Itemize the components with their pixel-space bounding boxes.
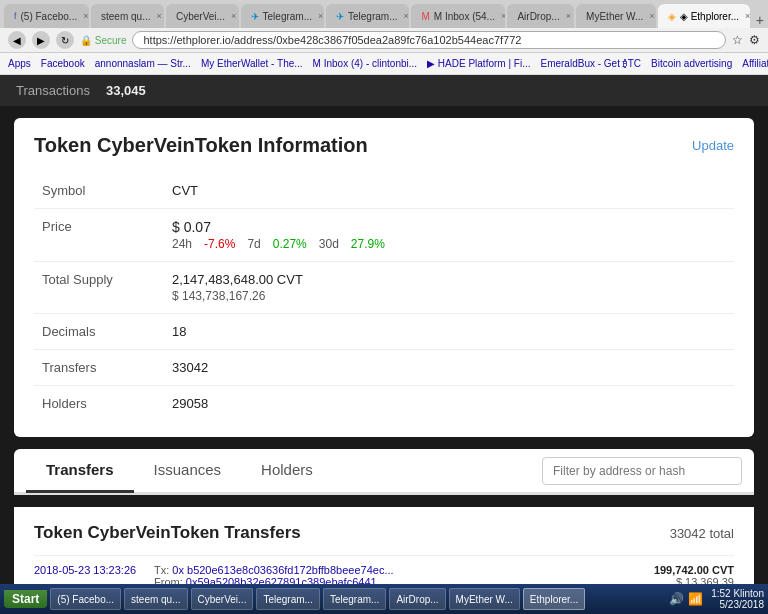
reload-button[interactable]: ↻ (56, 31, 74, 49)
change-30d: 27.9% (351, 237, 385, 251)
taskbar-telegram1[interactable]: Telegram... (256, 588, 319, 610)
tabs-header: Transfers Issuances Holders (14, 449, 754, 493)
bookmark-facebook[interactable]: Facebook (41, 58, 85, 69)
total-supply-row: Total Supply 2,147,483,648.00 CVT $ 143,… (34, 262, 734, 314)
tx-label: Tx: (154, 564, 169, 576)
tab-inbox[interactable]: M M Inbox (54... × (411, 4, 505, 28)
bookmark-bitcoin-advertising[interactable]: Bitcoin advertising (651, 58, 732, 69)
taskbar-right: 🔊 📶 1:52 Klinton 5/23/2018 (669, 588, 764, 610)
tab-steem[interactable]: steem qu... × (91, 4, 164, 28)
price-main: $ 0.07 (172, 219, 726, 235)
taskbar: Start (5) Facebo... steem qu... CyberVei… (0, 584, 768, 614)
price-cell: $ 0.07 24h -7.6% 7d 0.27% 30d 27.9% (164, 209, 734, 262)
holders-label: Holders (34, 386, 164, 422)
change-7d: 0.27% (273, 237, 307, 251)
decimals-value: 18 (164, 314, 734, 350)
total-supply-cell: 2,147,483,648.00 CVT $ 143,738,167.26 (164, 262, 734, 314)
transactions-label: Transactions (16, 83, 90, 98)
symbol-row: Symbol CVT (34, 173, 734, 209)
price-label: Price (34, 209, 164, 262)
taskbar-steem[interactable]: steem qu... (124, 588, 187, 610)
tab-transfers[interactable]: Transfers (26, 449, 134, 493)
update-link[interactable]: Update (692, 138, 734, 153)
transfers-label: Transfers (34, 350, 164, 386)
supply-amount: 2,147,483,648.00 CVT (172, 272, 726, 287)
new-tab-button[interactable]: + (756, 12, 764, 28)
period-30d: 30d (319, 237, 339, 251)
clock-date: 5/23/2018 (711, 599, 764, 610)
symbol-label: Symbol (34, 173, 164, 209)
taskbar-myether[interactable]: MyEther W... (449, 588, 520, 610)
bookmark-inbox[interactable]: M Inbox (4) - clintonbi... (313, 58, 417, 69)
info-table: Symbol CVT Price $ 0.07 24h -7.6% 7d 0.2… (34, 173, 734, 421)
tab-telegram2[interactable]: ✈ Telegram... × (326, 4, 409, 28)
bookmark-apps[interactable]: Apps (8, 58, 31, 69)
browser-tab-bar: f (5) Facebo... × steem qu... × CyberVei… (0, 0, 768, 28)
holders-value: 29058 (164, 386, 734, 422)
price-row: Price $ 0.07 24h -7.6% 7d 0.27% 30d 27.9… (34, 209, 734, 262)
filter-input[interactable] (542, 457, 742, 485)
transfer-tx-line: Tx: 0x b520e613e8c03636fd172bffb8beee74e… (154, 564, 604, 576)
bookmark-hade[interactable]: ▶ HADE Platform | Fi... (427, 58, 530, 69)
forward-button[interactable]: ▶ (32, 31, 50, 49)
tx-hash[interactable]: 0x b520e613e8c03636fd172bffb8beee74ec... (172, 564, 393, 576)
transfer-time[interactable]: 2018-05-23 13:23:26 (34, 564, 144, 576)
taskbar-airdrop[interactable]: AirDrop... (389, 588, 445, 610)
address-bar: ◀ ▶ ↻ 🔒 Secure ☆ ⚙ (0, 28, 768, 53)
system-tray-icons: 🔊 📶 (669, 592, 703, 606)
decimals-row: Decimals 18 (34, 314, 734, 350)
transfers-row: Transfers 33042 (34, 350, 734, 386)
transactions-count: 33,045 (106, 83, 146, 98)
tab-cybervei[interactable]: CyberVei... × (166, 4, 239, 28)
decimals-label: Decimals (34, 314, 164, 350)
token-title: Token CyberVeinToken Information (34, 134, 368, 157)
token-card-header: Token CyberVeinToken Information Update (34, 134, 734, 157)
tab-issuances[interactable]: Issuances (134, 449, 242, 493)
page-content: Transactions 33,045 Token CyberVeinToken… (0, 75, 768, 614)
transfers-header: Token CyberVeinToken Transfers 33042 tot… (34, 523, 734, 543)
tab-telegram1[interactable]: ✈ Telegram... × (241, 4, 324, 28)
address-input[interactable] (132, 31, 726, 49)
transfers-value: 33042 (164, 350, 734, 386)
extensions-icon[interactable]: ⚙ (749, 33, 760, 47)
change-24h: -7.6% (204, 237, 235, 251)
volume-icon[interactable]: 🔊 (669, 592, 684, 606)
supply-usd: $ 143,738,167.26 (172, 289, 726, 303)
bookmark-myether[interactable]: My EtherWallet - The... (201, 58, 303, 69)
tab-holders[interactable]: Holders (241, 449, 333, 493)
amount-cvt: 199,742.00 CVT (614, 564, 734, 576)
tab-ethplorer[interactable]: ◈ ◈ Ethplorer... × (658, 4, 750, 28)
holders-row: Holders 29058 (34, 386, 734, 422)
transfers-title: Token CyberVeinToken Transfers (34, 523, 301, 543)
start-button[interactable]: Start (4, 590, 47, 608)
star-icon[interactable]: ☆ (732, 33, 743, 47)
taskbar-facebook[interactable]: (5) Facebo... (50, 588, 121, 610)
tab-myether[interactable]: MyEther W... × (576, 4, 656, 28)
period-7d: 7d (247, 237, 260, 251)
tabs-section: Transfers Issuances Holders (14, 449, 754, 495)
secure-label: 🔒 Secure (80, 35, 126, 46)
clock-time: 1:52 Klinton (711, 588, 764, 599)
total-supply-label: Total Supply (34, 262, 164, 314)
period-24h: 24h (172, 237, 192, 251)
taskbar-ethplorer[interactable]: Ethplorer... (523, 588, 585, 610)
tab-facebook[interactable]: f (5) Facebo... × (4, 4, 89, 28)
token-info-card: Token CyberVeinToken Information Update … (14, 118, 754, 437)
bookmark-emeraldbux[interactable]: EmeraldBux - Get ₿TC (540, 58, 641, 69)
bookmarks-bar: Apps Facebook annonnaslam — Str... My Et… (0, 53, 768, 75)
taskbar-clock: 1:52 Klinton 5/23/2018 (711, 588, 764, 610)
transactions-bar: Transactions 33,045 (0, 75, 768, 106)
bookmark-annonnaslam[interactable]: annonnaslam — Str... (95, 58, 191, 69)
price-changes: 24h -7.6% 7d 0.27% 30d 27.9% (172, 237, 726, 251)
taskbar-telegram2[interactable]: Telegram... (323, 588, 386, 610)
bookmark-affiliate[interactable]: Affiliate text materi... (742, 58, 768, 69)
symbol-value: CVT (164, 173, 734, 209)
network-icon[interactable]: 📶 (688, 592, 703, 606)
transfers-total: 33042 total (670, 526, 734, 541)
tab-airdrop[interactable]: AirDrop... × (507, 4, 574, 28)
taskbar-cybervei[interactable]: CyberVei... (191, 588, 254, 610)
back-button[interactable]: ◀ (8, 31, 26, 49)
